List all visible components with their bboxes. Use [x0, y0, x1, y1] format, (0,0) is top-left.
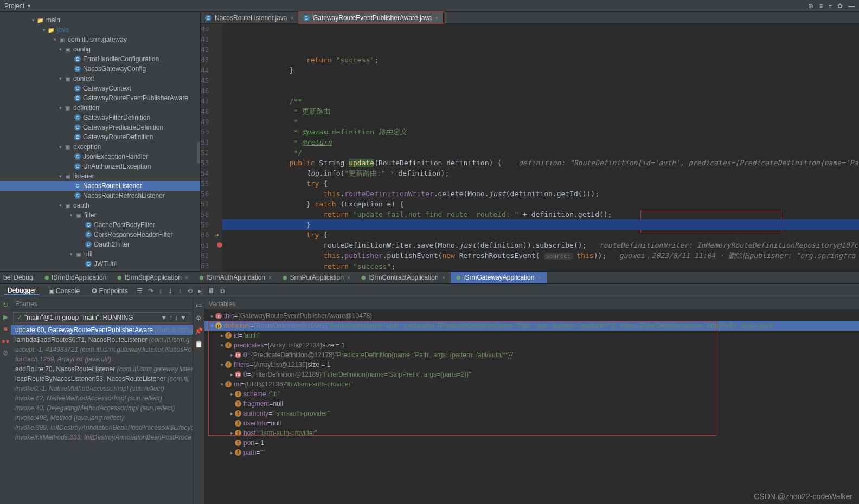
tree-node[interactable]: ▾▣com.itl.isrm.gateway	[0, 35, 200, 44]
frame-row[interactable]: loadRouteByNacosListener:53, NacosRouteL…	[11, 374, 193, 384]
tree-node[interactable]: ▾▣context	[0, 74, 200, 83]
variable-row[interactable]: ▸fscheme = "lb"	[204, 389, 859, 399]
frame-row[interactable]: invoke:389, InitDestroyAnnotationBeanPos…	[11, 423, 193, 432]
chevron-down-icon[interactable]: ▼	[161, 314, 167, 321]
tree-node[interactable]: CGatewayFilterDefinition	[0, 113, 200, 122]
tree-node[interactable]: CGatewayPredicateDefinition	[0, 122, 200, 132]
collapse-icon[interactable]: ÷	[828, 2, 832, 10]
tab-debugger[interactable]: Debugger	[4, 287, 40, 295]
variable-row[interactable]: ▸fauthority = "isrm-auth-provider"	[204, 409, 859, 418]
tree-node[interactable]: CNacosRouteRefreshListener	[0, 191, 200, 201]
step-out-icon[interactable]: ↑	[178, 287, 182, 295]
run-tab[interactable]: ⬢ISrmBidApplication	[39, 272, 112, 283]
editor-tab[interactable]: CGatewayRouteEventPublisherAware.java×	[299, 12, 444, 23]
variable-row[interactable]: ▸fid = "auth"	[204, 331, 859, 340]
stop-icon[interactable]: ■	[3, 325, 7, 333]
variable-row[interactable]: ▸mthis = {GatewayRouteEventPublisherAwar…	[204, 311, 859, 321]
gear-icon[interactable]: ✿	[837, 2, 843, 10]
locate-icon[interactable]: ⊕	[808, 2, 813, 10]
run-tab[interactable]: ⬢ISrmSupApplication×	[112, 272, 194, 283]
close-icon[interactable]: ×	[290, 15, 293, 21]
variable-row[interactable]: ▾pdefinition = {RouteDefinition@10691} "…	[204, 321, 859, 331]
run-tab[interactable]: ⬢SrmPurApplication×	[277, 272, 356, 283]
mute-bp-icon[interactable]: ⊘	[3, 349, 8, 357]
breakpoint-gutter[interactable]: ➜	[215, 24, 222, 271]
rerun-icon[interactable]: ↻	[3, 301, 8, 309]
tree-node[interactable]: CGatewayContext	[0, 83, 200, 93]
tree-node[interactable]: COauth2Filter	[0, 240, 200, 249]
variable-row[interactable]: fport = -1	[204, 438, 859, 448]
variable-row[interactable]: ▸fhost = "isrm-auth-provider"	[204, 428, 859, 438]
close-icon[interactable]: ×	[442, 274, 445, 281]
code-body[interactable]: return "success"; } /** * 更新路由 * * @para…	[222, 24, 859, 271]
close-icon[interactable]: ×	[435, 15, 438, 21]
run-tab[interactable]: ⬢ISrmGatewayApplication×	[451, 272, 547, 283]
breakpoints-icon[interactable]: ●●	[2, 337, 10, 345]
close-icon[interactable]: ×	[268, 274, 272, 281]
project-title[interactable]: Project	[4, 2, 24, 10]
evaluate-icon[interactable]: 🖩	[208, 287, 215, 295]
tree-node[interactable]: ▾📁java	[0, 25, 200, 35]
step-into-icon[interactable]: ↓	[159, 287, 162, 295]
tree-node[interactable]: ▾📁main	[0, 15, 200, 25]
tree-node[interactable]: CCachePostBodyFilter	[0, 220, 200, 230]
tree-node[interactable]: ▾▣exception	[0, 142, 200, 152]
run-tab[interactable]: ⬢ISrmContractApplication×	[356, 272, 451, 283]
expand-icon[interactable]: ≡	[819, 2, 823, 10]
tree-node[interactable]: CNacosGatewayConfig	[0, 64, 200, 74]
variable-row[interactable]: ▾furi = {URI@12136} "lb://isrm-auth-prov…	[204, 379, 859, 389]
project-tree[interactable]: ▾📁main▾📁java▾▣com.itl.isrm.gateway▾▣conf…	[0, 12, 200, 269]
variable-row[interactable]: ▸fpath = ""	[204, 448, 859, 457]
pin-icon[interactable]: 📌	[195, 327, 203, 335]
frame-row[interactable]: invoke:43, DelegatingMethodAccessorImpl …	[11, 403, 193, 413]
frames-list[interactable]: update:60, GatewayRouteEventPublisherAwa…	[11, 325, 193, 442]
frame-row[interactable]: invoke0:-1, NativeMethodAccessorImpl (su…	[11, 384, 193, 393]
frame-row[interactable]: accept:-1, 414983721 (com.itl.isrm.gatew…	[11, 345, 193, 354]
variable-row[interactable]: ▸m0 = {FilterDefinition@12189} "FilterDe…	[204, 370, 859, 379]
variable-row[interactable]: ▾ffilters = {ArrayList@12135} size = 1	[204, 360, 859, 370]
tree-node[interactable]: CJsonExceptionHandler	[0, 152, 200, 161]
copy-icon[interactable]: 📋	[195, 340, 203, 348]
variable-row[interactable]: fuserInfo = null	[204, 418, 859, 428]
force-step-into-icon[interactable]: ⤓	[168, 287, 173, 295]
tree-node[interactable]: CErrorHandlerConfiguration	[0, 54, 200, 64]
variable-row[interactable]: ▸m0 = {PredicateDefinition@12178} "Predi…	[204, 350, 859, 360]
chevron-down-icon[interactable]: ▼	[27, 3, 31, 9]
settings-icon[interactable]: ⚙	[196, 314, 202, 322]
tree-node[interactable]: CGatewayRouteEventPublisherAware	[0, 93, 200, 103]
frame-row[interactable]: invoke:498, Method (java.lang.reflect)	[11, 413, 193, 423]
layout-icon[interactable]: ☰	[137, 287, 143, 295]
tree-node[interactable]: ▾▣config	[0, 44, 200, 54]
frame-row[interactable]: lambda$addRoute$0:71, NacosRouteListener…	[11, 335, 193, 345]
tree-node[interactable]: ▾▣oauth	[0, 201, 200, 210]
tree-node[interactable]: CCorsResponseHeaderFilter	[0, 230, 200, 240]
variable-row[interactable]: ▾fpredicates = {ArrayList@12134} size = …	[204, 340, 859, 350]
next-frame-icon[interactable]: ↓	[175, 314, 178, 321]
trace-icon[interactable]: ⧉	[220, 287, 225, 295]
tree-node[interactable]: CUnAuthorizedException	[0, 161, 200, 171]
frame-row[interactable]: forEach:1259, ArrayList (java.util)	[11, 354, 193, 364]
close-icon[interactable]: ×	[347, 274, 350, 281]
tree-node[interactable]: ▾▣filter	[0, 210, 200, 220]
close-icon[interactable]: ×	[185, 274, 188, 281]
prev-frame-icon[interactable]: ↑	[169, 314, 172, 321]
variable-row[interactable]: ffragment = null	[204, 399, 859, 409]
frame-row[interactable]: update:60, GatewayRouteEventPublisherAwa…	[11, 325, 193, 335]
tree-node[interactable]: CGatewayRouteDefinition	[0, 132, 200, 142]
thread-selector[interactable]: ✓ "main"@1 in group "main": RUNNING ▼ ↑ …	[13, 312, 190, 323]
tab-console[interactable]: ▣ Console	[45, 287, 83, 295]
tree-node[interactable]: ▾▣listener	[0, 171, 200, 181]
tree-node[interactable]: ▾▣definition	[0, 103, 200, 113]
filter-icon[interactable]: ▼	[180, 314, 187, 321]
hide-icon[interactable]: —	[848, 2, 855, 10]
resume-icon[interactable]: ▶	[3, 313, 8, 321]
run-tab[interactable]: ⬢ISrmAuthApplication×	[194, 272, 277, 283]
tree-node[interactable]: ▾▣util	[0, 249, 200, 259]
tree-node[interactable]: CJWTUtil	[0, 259, 200, 269]
frame-row[interactable]: invokeInitMethods:333, InitDestroyAnnota…	[11, 432, 193, 442]
drop-frame-icon[interactable]: ⟲	[187, 287, 193, 295]
scrollbar-thumb[interactable]	[197, 142, 200, 164]
frame-row[interactable]: addRoute:70, NacosRouteListener (com.itl…	[11, 364, 193, 374]
tab-endpoints[interactable]: ✪ Endpoints	[88, 287, 131, 295]
editor-tab[interactable]: CNacosRouteListener.java×	[201, 12, 299, 23]
